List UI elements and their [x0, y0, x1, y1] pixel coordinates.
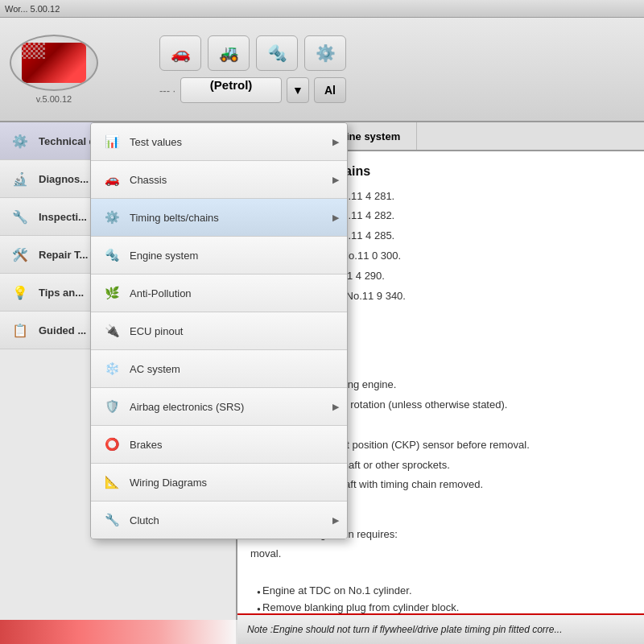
- menu-item-ac-system[interactable]: ❄️ AC system: [91, 350, 347, 388]
- guided-icon: 📋: [10, 320, 31, 341]
- menu-item-wiring-diagrams[interactable]: 📐 Wiring Diagrams: [91, 464, 347, 502]
- clutch-icon: 🔧: [102, 510, 122, 530]
- menu-label-brakes: Brakes: [130, 439, 162, 451]
- title-bar: Wor... 5.00.12: [0, 0, 644, 18]
- ecu-pinout-icon: 🔌: [102, 321, 122, 341]
- menu-label-clutch: Clutch: [130, 514, 159, 526]
- chassis-icon: 🚗: [102, 170, 122, 189]
- inspecti-icon: 🔧: [10, 206, 31, 227]
- menu-arrow-timing-belts: ▶: [332, 213, 339, 223]
- sidebar-label-tips-an: Tips an...: [39, 287, 84, 299]
- al-button[interactable]: Al: [314, 77, 346, 103]
- menu-item-clutch[interactable]: 🔧 Clutch ▶: [91, 502, 347, 539]
- sidebar-label-diagnos: Diagnos...: [39, 173, 89, 185]
- menu-item-brakes[interactable]: ⭕ Brakes: [91, 426, 347, 464]
- technical-data-icon: ⚙️: [10, 130, 31, 151]
- content-area: ⚙️ Technical data ▶ 🔬 Diagnos... 🔧 Inspe…: [0, 122, 644, 644]
- sidebar-label-inspecti: Inspecti...: [39, 211, 87, 223]
- sidebar-wrapper: ⚙️ Technical data ▶ 🔬 Diagnos... 🔧 Inspe…: [0, 122, 237, 644]
- menu-label-wiring-diagrams: Wiring Diagrams: [130, 477, 207, 489]
- car-icon-btn[interactable]: 🚗: [159, 35, 201, 71]
- dropdown-arrow-btn[interactable]: ▼: [287, 77, 309, 103]
- menu-item-airbag[interactable]: 🛡️ Airbag electronics (SRS) ▶: [91, 388, 347, 426]
- engine-system-icon: 🔩: [102, 246, 122, 265]
- icon-buttons-area: 🚗 🚜 🔩 ⚙️ --- · (Petrol) ▼ Al: [159, 35, 346, 103]
- menu-label-timing-belts: Timing belts/chains: [130, 212, 219, 224]
- tips-an-icon: 💡: [10, 282, 31, 303]
- truck-icon-btn[interactable]: 🚜: [208, 35, 250, 71]
- proc-list-item-1: Engine at TDC on No.1 cylinder.: [257, 583, 631, 600]
- menu-item-test-values[interactable]: 📊 Test values ▶: [91, 123, 347, 161]
- engine-icon-btn[interactable]: 🔩: [256, 35, 298, 71]
- ac-system-icon: ❄️: [102, 359, 122, 378]
- menu-arrow-test-values: ▶: [332, 137, 339, 147]
- menu-arrow-clutch: ▶: [332, 515, 339, 526]
- wiring-diagrams-icon: 📐: [102, 473, 122, 492]
- repair-t-icon: 🛠️: [10, 244, 31, 265]
- anti-pollution-icon: 🌿: [102, 283, 122, 303]
- sidebar-label-repair-t: Repair T...: [39, 249, 88, 261]
- menu-item-engine-system[interactable]: 🔩 Engine system: [91, 237, 347, 275]
- proc-list-item-2: Remove blanking plug from cylinder block…: [257, 600, 631, 613]
- menu-item-chassis[interactable]: 🚗 Chassis ▶: [91, 161, 347, 199]
- content-proc-2: moval.: [250, 546, 631, 563]
- brakes-icon: ⭕: [102, 435, 122, 454]
- menu-label-ecu-pinout: ECU pinout: [130, 325, 183, 337]
- menu-label-airbag: Airbag electronics (SRS): [130, 401, 244, 413]
- menu-item-anti-pollution[interactable]: 🌿 Anti-Pollution: [91, 275, 347, 312]
- dropdown-area: --- · (Petrol) ▼ Al: [159, 77, 346, 103]
- menu-arrow-airbag: ▶: [332, 402, 339, 412]
- menu-label-engine-system: Engine system: [130, 250, 198, 262]
- icon-row: 🚗 🚜 🔩 ⚙️: [159, 35, 346, 71]
- dropdown-value: (Petrol): [210, 78, 253, 92]
- logo-area: v.5.00.12: [10, 35, 98, 104]
- logo-oval: [10, 35, 98, 91]
- menu-label-ac-system: AC system: [130, 363, 180, 375]
- airbag-icon: 🛡️: [102, 397, 122, 416]
- version-text: v.5.00.12: [36, 94, 72, 104]
- menu-item-timing-belts[interactable]: ⚙️ Timing belts/chains ▶: [91, 199, 347, 237]
- red-bar: [0, 620, 237, 644]
- toolbar: v.5.00.12 🚗 🚜 🔩 ⚙️ --- · (Petrol) ▼ Al: [0, 18, 644, 122]
- gear-icon-btn[interactable]: ⚙️: [304, 35, 346, 71]
- menu-label-anti-pollution: Anti-Pollution: [130, 287, 192, 299]
- sidebar-label-guided: Guided ...: [39, 324, 86, 336]
- menu-label-test-values: Test values: [130, 136, 182, 148]
- petrol-dropdown[interactable]: (Petrol): [180, 77, 282, 103]
- content-proc-list: Engine at TDC on No.1 cylinder. Remove b…: [250, 583, 631, 613]
- title-text: Wor... 5.00.12: [5, 4, 60, 14]
- menu-arrow-chassis: ▶: [332, 175, 339, 185]
- dropdown-label: --- ·: [159, 85, 175, 97]
- diagnos-icon: 🔬: [10, 168, 31, 189]
- menu-overlay: 📊 Test values ▶ 🚗 Chassis ▶ ⚙️ Timing be…: [90, 122, 348, 539]
- menu-item-ecu-pinout[interactable]: 🔌 ECU pinout: [91, 312, 347, 350]
- test-values-icon: 📊: [102, 132, 122, 151]
- status-text: Note :Engine should not turn if flywheel…: [247, 624, 563, 635]
- app-window: v.5.00.12 🚗 🚜 🔩 ⚙️ --- · (Petrol) ▼ Al: [0, 18, 644, 644]
- status-bar: Note :Engine should not turn if flywheel…: [237, 613, 644, 644]
- menu-label-chassis: Chassis: [130, 174, 167, 186]
- timing-belts-icon: ⚙️: [102, 208, 122, 227]
